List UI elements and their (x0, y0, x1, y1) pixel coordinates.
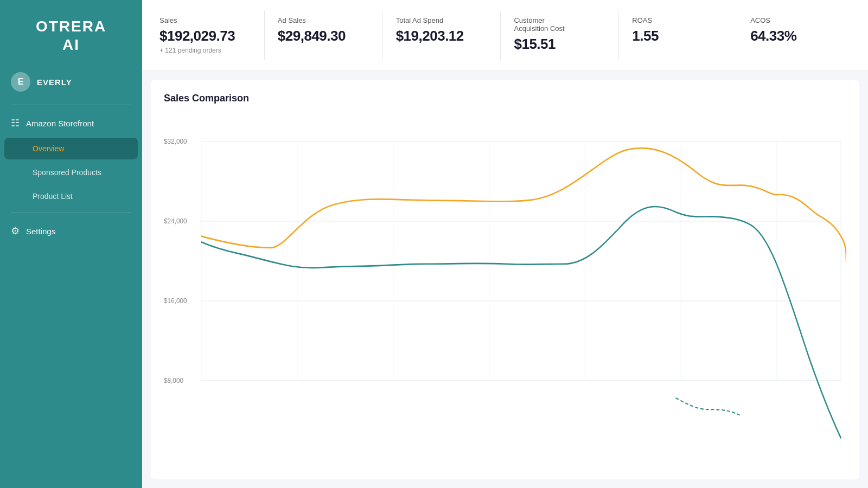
kpi-roas-label: ROAS (632, 16, 724, 24)
kpi-acos-label: ACOS (750, 16, 842, 24)
orange-line (201, 148, 846, 262)
kpi-row: Sales $192,029.73 + 121 pending orders A… (142, 0, 868, 71)
sales-comparison-chart: $32,000 $24,000 $16,000 $8,000 (164, 115, 846, 461)
store-icon: ☷ (11, 117, 20, 129)
avatar: E (11, 72, 30, 92)
sidebar-overview-label: Overview (33, 144, 64, 153)
user-name: EVERLY (37, 78, 72, 87)
divider-top (11, 105, 131, 105)
sidebar-amazon-storefront-label: Amazon Storefront (26, 119, 94, 128)
y-label-8k: $8,000 (164, 377, 183, 385)
logo: OTRERAAI (36, 17, 106, 54)
sidebar-item-product-list[interactable]: Product List (4, 185, 138, 207)
kpi-total-ad-spend-value: $19,203.12 (396, 28, 488, 44)
sidebar-product-list-label: Product List (33, 192, 73, 201)
kpi-cac: CustomerAcquisition Cost $15.51 (501, 11, 619, 60)
kpi-cac-label: CustomerAcquisition Cost (514, 16, 605, 33)
kpi-total-ad-spend: Total Ad Spend $19,203.12 (383, 11, 501, 60)
kpi-acos: ACOS 64.33% (737, 11, 855, 60)
sidebar-item-overview[interactable]: Overview (4, 138, 138, 159)
y-label-24k: $24,000 (164, 217, 187, 226)
sidebar-settings-label: Settings (26, 227, 55, 236)
y-label-16k: $16,000 (164, 297, 187, 305)
chart-section: Sales Comparison $32,000 $24,000 $16,000… (151, 80, 859, 479)
sidebar-sponsored-label: Sponsored Products (33, 168, 101, 177)
logo-area: OTRERAAI (0, 0, 142, 67)
kpi-sales-sub: + 121 pending orders (159, 47, 251, 54)
sidebar-item-sponsored-products[interactable]: Sponsored Products (4, 162, 138, 183)
kpi-ad-sales-value: $29,849.30 (278, 28, 369, 44)
sidebar-item-amazon-storefront[interactable]: ☷ Amazon Storefront (0, 110, 142, 137)
kpi-cac-value: $15.51 (514, 36, 605, 53)
divider-bottom (11, 213, 131, 213)
kpi-roas: ROAS 1.55 (619, 11, 737, 60)
kpi-sales: Sales $192,029.73 + 121 pending orders (155, 11, 265, 60)
kpi-sales-value: $192,029.73 (159, 28, 251, 44)
kpi-sales-label: Sales (159, 16, 251, 24)
kpi-ad-sales: Ad Sales $29,849.30 (265, 11, 383, 60)
chart-title: Sales Comparison (164, 93, 846, 104)
chart-container: $32,000 $24,000 $16,000 $8,000 (164, 115, 846, 461)
sidebar: OTRERAAI E EVERLY ☷ Amazon Storefront Ov… (0, 0, 142, 488)
user-area: E EVERLY (0, 67, 142, 100)
kpi-roas-value: 1.55 (632, 28, 724, 44)
kpi-acos-value: 64.33% (750, 28, 842, 44)
sidebar-item-settings[interactable]: ⚙ Settings (0, 217, 142, 245)
main-content: Sales $192,029.73 + 121 pending orders A… (142, 0, 868, 488)
kpi-total-ad-spend-label: Total Ad Spend (396, 16, 488, 24)
y-label-32k: $32,000 (164, 138, 187, 146)
kpi-ad-sales-label: Ad Sales (278, 16, 369, 24)
gear-icon: ⚙ (11, 225, 20, 237)
teal-dashed-line (676, 398, 740, 415)
